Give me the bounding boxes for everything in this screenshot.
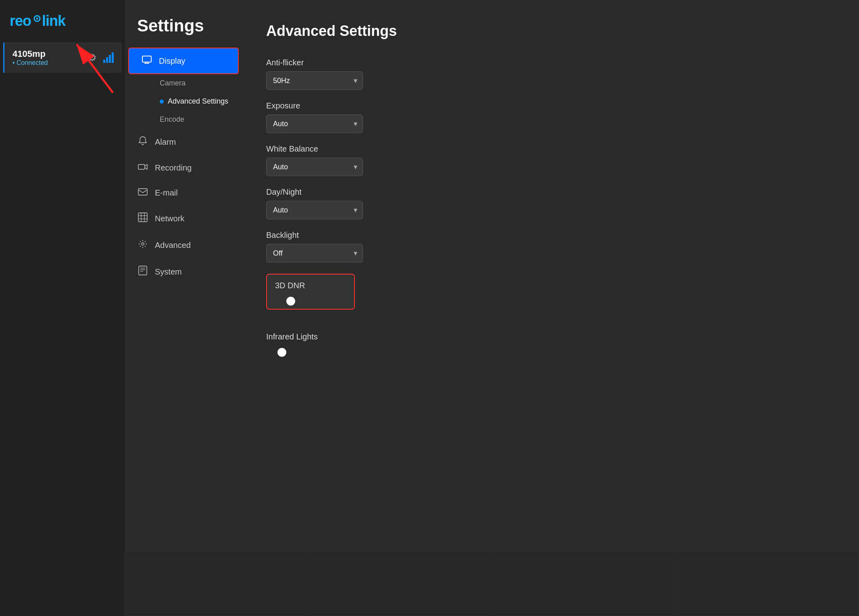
sub-nav-advanced-label: Advanced Settings [168, 97, 228, 106]
svg-text:link: link [42, 12, 66, 29]
svg-point-17 [142, 243, 144, 245]
settings-nav: Settings Display Camera Advanced Setting… [125, 0, 242, 616]
exposure-group: Exposure Auto Manual [266, 101, 859, 133]
svg-rect-11 [138, 189, 147, 195]
anti-flicker-select[interactable]: 50Hz 60Hz Outdoor [266, 71, 363, 90]
white-balance-label: White Balance [266, 144, 859, 154]
logo-area: reo link [0, 0, 125, 42]
infrared-group: Infrared Lights [266, 332, 859, 354]
bottom-cell-3 [492, 551, 676, 616]
bottom-cell-2 [309, 551, 492, 616]
nav-item-email[interactable]: E-mail [125, 180, 242, 205]
bottom-cell-1 [125, 551, 308, 616]
nav-item-advanced[interactable]: Advanced [125, 232, 242, 258]
system-icon [137, 266, 148, 278]
email-icon [137, 187, 148, 198]
svg-text:reo: reo [10, 12, 31, 29]
settings-title: Settings [125, 16, 242, 48]
nav-label-display: Display [159, 56, 186, 66]
sub-nav-encode[interactable]: Encode [153, 110, 242, 129]
anti-flicker-select-wrapper: 50Hz 60Hz Outdoor [266, 71, 363, 90]
active-dot [160, 100, 164, 104]
nav-label-email: E-mail [155, 188, 178, 198]
display-icon [141, 56, 152, 66]
sub-nav-encode-label: Encode [160, 115, 184, 124]
backlight-select[interactable]: Off On HWDR WDR [266, 244, 363, 262]
svg-rect-18 [139, 266, 147, 275]
white-balance-group: White Balance Auto Manual Outdoor Indoor [266, 144, 859, 176]
advanced-icon [137, 239, 148, 251]
svg-rect-6 [142, 56, 151, 62]
svg-rect-12 [138, 213, 147, 222]
sub-nav-camera[interactable]: Camera [153, 74, 242, 92]
device-item[interactable]: 4105mp Connected ⚙ [3, 42, 122, 73]
exposure-select[interactable]: Auto Manual [266, 114, 363, 133]
anti-flicker-group: Anti-flicker 50Hz 60Hz Outdoor [266, 58, 859, 90]
dnr-label: 3D DNR [275, 281, 346, 290]
app-logo: reo link [10, 11, 115, 33]
dnr-group: 3D DNR [266, 274, 355, 310]
sub-nav-advanced-settings[interactable]: Advanced Settings [153, 92, 242, 110]
device-name: 4105mp [13, 49, 48, 59]
backlight-label: Backlight [266, 231, 859, 240]
exposure-select-wrapper: Auto Manual [266, 114, 363, 133]
nav-item-network[interactable]: Network [125, 205, 242, 232]
signal-bars [103, 52, 114, 63]
svg-point-2 [36, 18, 38, 20]
device-info: 4105mp Connected [13, 49, 48, 67]
settings-panel: Settings Display Camera Advanced Setting… [125, 0, 859, 616]
infrared-label: Infrared Lights [266, 332, 859, 341]
bottom-cell-4 [676, 551, 859, 616]
gear-icon[interactable]: ⚙ [88, 52, 97, 63]
network-icon [137, 212, 148, 225]
nav-label-network: Network [155, 214, 184, 223]
nav-item-alarm[interactable]: Alarm [125, 129, 242, 155]
white-balance-select[interactable]: Auto Manual Outdoor Indoor [266, 158, 363, 176]
nav-item-display[interactable]: Display [128, 48, 239, 74]
svg-rect-10 [138, 164, 145, 169]
nav-label-alarm: Alarm [155, 137, 176, 147]
nav-label-system: System [155, 267, 182, 277]
day-night-select-wrapper: Auto Day Night [266, 201, 363, 219]
content-header: Advanced Settings ✕ [266, 20, 859, 42]
backlight-group: Backlight Off On HWDR WDR [266, 231, 859, 262]
anti-flicker-label: Anti-flicker [266, 58, 859, 67]
nav-item-recording[interactable]: Recording [125, 155, 242, 180]
recording-icon [137, 162, 148, 173]
nav-label-recording: Recording [155, 163, 192, 173]
day-night-label: Day/Night [266, 187, 859, 197]
nav-label-advanced: Advanced [155, 241, 191, 250]
main-content: Advanced Settings ✕ Anti-flicker 50Hz 60… [242, 0, 859, 616]
content-title: Advanced Settings [266, 23, 397, 40]
device-status: Connected [13, 59, 48, 67]
white-balance-select-wrapper: Auto Manual Outdoor Indoor [266, 158, 363, 176]
bottom-bar [125, 551, 859, 616]
day-night-select[interactable]: Auto Day Night [266, 201, 363, 219]
sub-nav-camera-label: Camera [160, 79, 186, 87]
alarm-icon [137, 136, 148, 148]
exposure-label: Exposure [266, 101, 859, 110]
sidebar: reo link 4105mp Connected ⚙ [0, 0, 125, 616]
nav-item-system[interactable]: System [125, 258, 242, 285]
day-night-group: Day/Night Auto Day Night [266, 187, 859, 219]
sub-nav-display: Camera Advanced Settings Encode [125, 74, 242, 129]
backlight-select-wrapper: Off On HWDR WDR [266, 244, 363, 262]
